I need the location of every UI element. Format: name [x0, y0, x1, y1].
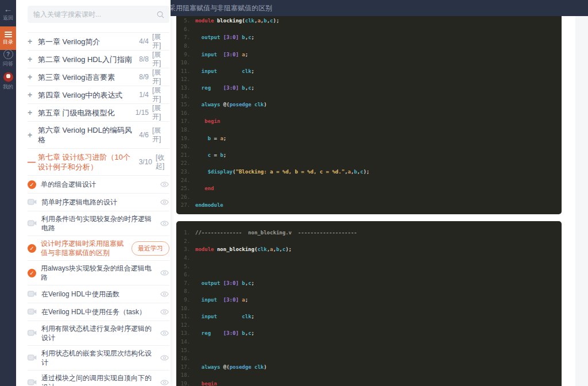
back-button[interactable]: ← 返回 [0, 5, 16, 21]
lesson-title: 通过模块之间的调用实现自顶向下的设计 [41, 370, 160, 386]
rail-item-me[interactable]: 我的 [0, 72, 16, 90]
chapter-title: 第三章 Verilog语言要素 [38, 69, 139, 86]
recent-study-badge: 最近学习 [131, 241, 169, 256]
line-number: 3. [176, 246, 190, 252]
code-line: 18. [176, 126, 562, 134]
chapter-row[interactable]: —第七章 设计练习进阶（10个设计例子和分析）3/10[收起] [28, 149, 169, 176]
chapter-row[interactable]: +第六章 Veriolg HDL的编码风格4/6[展开] [28, 122, 169, 149]
code-line: 1.//------------- non_blocking.v -------… [176, 229, 562, 237]
eye-icon[interactable] [160, 355, 169, 361]
line-number: 1. [176, 230, 190, 236]
lesson-title: 用always块实现较复杂的组合逻辑电路 [41, 261, 160, 285]
eye-icon[interactable] [160, 309, 169, 315]
line-number: 18. [176, 372, 190, 378]
video-icon [28, 197, 37, 207]
eye-icon[interactable] [160, 270, 169, 276]
code-line: 19. begin [176, 380, 562, 386]
code-line: 4. [176, 254, 562, 263]
code-line: 3.module non_blocking(clk,a,b,c); [176, 245, 562, 254]
line-number: 12. [176, 76, 190, 82]
course-outline-sidebar: +第一章 Verilog简介4/4[展开]+第二章 Verilog HDL入门指… [16, 0, 171, 386]
lesson-item[interactable]: 通过模块之间的调用实现自顶向下的设计 [28, 370, 169, 386]
chapter-title: 第七章 设计练习进阶（10个设计例子和分析） [38, 149, 139, 175]
line-number: 5. [176, 264, 190, 269]
line-number: 9. [176, 52, 190, 57]
eye-icon[interactable] [160, 291, 169, 297]
line-number: 25. [176, 186, 190, 191]
code-line: 8. [176, 42, 562, 51]
lesson-item[interactable]: ✓单的组合逻辑设计 [28, 176, 169, 194]
line-number: 15. [176, 348, 190, 353]
line-number: 13. [176, 330, 190, 336]
search-input[interactable] [28, 10, 157, 18]
expand-icon[interactable]: + [28, 72, 38, 82]
qa-label: 问答 [3, 61, 13, 67]
eye-icon[interactable] [160, 199, 169, 205]
chapter-row[interactable]: +第三章 Verilog语言要素8/9[展开] [28, 68, 169, 86]
code-line: 12. [176, 321, 562, 330]
code-line: 11. input clk; [176, 67, 562, 76]
code-line: 23. $display("Blocking: a = %d, b = %d, … [176, 168, 562, 176]
lesson-item[interactable]: 在Verilog HDL中使用函数 [28, 285, 169, 303]
lesson-item[interactable]: ✓设计时序逻辑时采用阻塞赋值与非阻塞赋值的区别最近学习 [28, 236, 169, 261]
lesson-item[interactable]: 在Verilog HDL中使用任务（task） [28, 303, 169, 321]
line-number: 17. [176, 364, 190, 370]
chapter-toggle[interactable]: [展开] [152, 86, 169, 103]
expand-icon[interactable]: + [28, 130, 38, 140]
line-number: 10. [176, 306, 190, 311]
search-icon [157, 11, 164, 18]
lesson-title: 单的组合逻辑设计 [41, 177, 160, 192]
line-number: 27. [176, 202, 190, 208]
line-number: 13. [176, 85, 190, 91]
expand-icon[interactable]: + [28, 108, 38, 117]
collapse-icon[interactable]: — [28, 157, 38, 167]
chapter-row[interactable]: +第四章 Verilog中的表达式1/4[展开] [28, 86, 169, 104]
scrollbar-gutter[interactable] [575, 16, 588, 386]
chapter-toggle[interactable]: [展开] [152, 104, 169, 121]
chapter-row[interactable]: +第二章 Verilog HDL入门指南8/8[展开] [28, 51, 169, 68]
lesson-item[interactable]: 简单时序逻辑电路的设计 [28, 194, 169, 211]
expand-icon[interactable]: + [28, 90, 38, 99]
code-line: 16. [176, 109, 562, 118]
line-number: 6. [176, 272, 190, 277]
chapter-title: 第四章 Verilog中的表达式 [38, 87, 139, 103]
chapter-toggle[interactable]: [展开] [152, 68, 169, 86]
code-line: 2. [176, 237, 562, 246]
chapter-progress: 1/4 [139, 91, 149, 99]
line-number: 2. [176, 238, 190, 244]
eye-icon[interactable] [160, 221, 169, 226]
lesson-title: 利用有限状态机进行复杂时序逻辑的设计 [41, 321, 160, 345]
code-line: 16. [176, 354, 562, 363]
code-line: 5. [176, 262, 562, 271]
chapter-title: 第六章 Veriolg HDL的编码风格 [38, 122, 139, 148]
chapter-row[interactable]: +第一章 Verilog简介4/4[展开] [28, 33, 169, 51]
expand-icon[interactable]: + [28, 37, 38, 46]
eye-icon[interactable] [160, 380, 169, 385]
line-number: 9. [176, 297, 190, 303]
completed-icon: ✓ [28, 180, 36, 189]
eye-icon[interactable] [160, 182, 169, 187]
chapter-progress: 1/15 [136, 109, 149, 117]
lesson-item[interactable]: 利用状态机的嵌套实现层次结构化设计 [28, 346, 169, 370]
chapter-toggle[interactable]: [展开] [152, 33, 169, 50]
rail-item-toc[interactable]: 目录 [0, 26, 16, 50]
lesson-item[interactable]: ✓用always块实现较复杂的组合逻辑电路 [28, 261, 169, 285]
code-line: 13. reg [3:0] b,c; [176, 84, 562, 92]
code-line: 15. always @(posedge clk) [176, 101, 562, 109]
line-number: 23. [176, 169, 190, 175]
chapter-toggle[interactable]: [展开] [152, 51, 169, 68]
code-panel-non-blocking[interactable]: 1.//------------- non_blocking.v -------… [176, 221, 562, 386]
rail-item-qa[interactable]: ? 问答 [0, 49, 16, 67]
expand-icon[interactable]: + [28, 55, 38, 64]
chapter-row[interactable]: +第五章 门级电路模型化1/15[展开] [28, 104, 169, 122]
lesson-item[interactable]: 利用条件语句实现较复杂的时序逻辑电路 [28, 211, 169, 236]
chapter-toggle[interactable]: [展开] [152, 126, 169, 144]
lesson-item[interactable]: 利用有限状态机进行复杂时序逻辑的设计 [28, 321, 169, 346]
lesson-title: 利用条件语句实现较复杂的时序逻辑电路 [41, 211, 160, 236]
video-icon [28, 218, 37, 229]
line-number: 15. [176, 102, 190, 107]
line-number: 14. [176, 94, 190, 99]
chapter-toggle[interactable]: [收起] [156, 153, 169, 171]
eye-icon[interactable] [160, 330, 169, 336]
code-panel-blocking[interactable]: 5.module blocking(clk,a,b,c);6.7. output… [176, 16, 562, 214]
